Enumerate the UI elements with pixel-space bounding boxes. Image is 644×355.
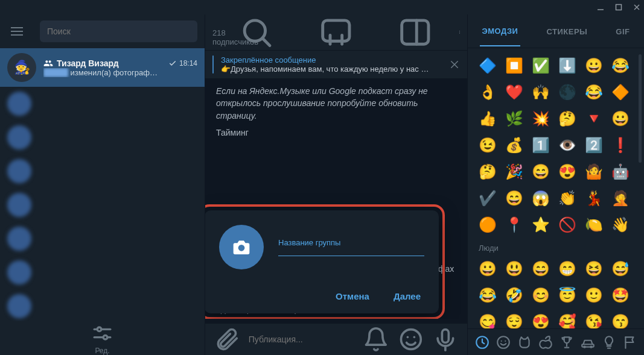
window-maximize-button[interactable] bbox=[615, 4, 622, 11]
emoji-cell[interactable]: ⏹️ bbox=[503, 54, 526, 77]
emoji-cell[interactable]: 🟠 bbox=[476, 213, 499, 236]
sidebar-toggle-icon[interactable] bbox=[380, 14, 451, 50]
emoji-cell[interactable]: 🤷 bbox=[582, 160, 605, 183]
emoji-cell[interactable]: 😄 bbox=[503, 187, 526, 210]
search-icon[interactable] bbox=[221, 14, 292, 50]
chat-item[interactable] bbox=[0, 188, 205, 222]
attach-icon[interactable] bbox=[214, 324, 240, 355]
search-input[interactable] bbox=[47, 27, 190, 36]
emoji-cell[interactable]: 😇 bbox=[556, 284, 579, 307]
emoji-cell[interactable]: 😍 bbox=[529, 310, 552, 328]
group-photo-button[interactable] bbox=[219, 225, 264, 269]
close-icon[interactable] bbox=[449, 59, 460, 70]
emoji-cell[interactable]: 📍 bbox=[503, 213, 526, 236]
cat-objects[interactable] bbox=[601, 335, 617, 350]
chat-item[interactable] bbox=[0, 87, 205, 121]
emoji-cell[interactable]: 🌑 bbox=[556, 81, 579, 104]
voice-icon[interactable] bbox=[432, 324, 459, 355]
emoji-cell[interactable]: 2️⃣ bbox=[582, 134, 605, 157]
emoji-cell[interactable]: 🔻 bbox=[582, 107, 605, 130]
discussion-icon[interactable] bbox=[301, 14, 372, 50]
emoji-cell[interactable]: 🔶 bbox=[609, 81, 632, 104]
chat-item[interactable] bbox=[0, 256, 205, 289]
emoji-cell[interactable]: 😉 bbox=[476, 134, 499, 157]
emoji-cell[interactable]: ❤️ bbox=[503, 81, 526, 104]
search-field[interactable] bbox=[40, 20, 197, 42]
pinned-message[interactable]: Закреплённое сообщение 👉Друзья, напомина… bbox=[205, 51, 467, 79]
emoji-cell[interactable]: 😂 bbox=[582, 81, 605, 104]
emoji-cell[interactable]: 🙌 bbox=[529, 81, 552, 104]
cat-food[interactable] bbox=[538, 335, 553, 350]
tab-emoji[interactable]: ЭМОДЗИ bbox=[480, 16, 521, 46]
emoji-cell[interactable]: 👋 bbox=[609, 213, 632, 236]
emoji-cell[interactable]: 😅 bbox=[609, 257, 632, 280]
tab-gif[interactable]: GIF bbox=[613, 16, 632, 46]
chat-item[interactable] bbox=[0, 154, 205, 188]
emoji-cell[interactable]: ❗ bbox=[609, 134, 632, 157]
menu-button[interactable] bbox=[0, 14, 34, 48]
more-icon[interactable] bbox=[459, 14, 460, 50]
emoji-cell[interactable]: 😄 bbox=[529, 257, 552, 280]
emoji-cell[interactable]: 🥰 bbox=[556, 310, 579, 328]
emoji-cell[interactable]: 😄 bbox=[529, 160, 552, 183]
cat-smileys[interactable] bbox=[496, 335, 511, 350]
cancel-button[interactable]: Отмена bbox=[332, 286, 373, 306]
group-name-input[interactable] bbox=[278, 256, 424, 256]
emoji-cell[interactable]: 👁️ bbox=[556, 134, 579, 157]
emoji-cell[interactable]: 😀 bbox=[582, 54, 605, 77]
emoji-cell[interactable]: 👏 bbox=[556, 187, 579, 210]
tab-stickers[interactable]: СТИКЕРЫ bbox=[544, 16, 590, 46]
edit-chats-button[interactable]: Ред. bbox=[0, 321, 205, 355]
emoji-cell[interactable]: 💰 bbox=[503, 134, 526, 157]
emoji-cell[interactable]: 🔷 bbox=[476, 54, 499, 77]
emoji-cell[interactable]: 😁 bbox=[556, 257, 579, 280]
emoji-cell[interactable]: 🙂 bbox=[582, 284, 605, 307]
emoji-cell[interactable]: 😘 bbox=[582, 310, 605, 328]
emoji-cell[interactable]: 🤩 bbox=[609, 284, 632, 307]
window-close-button[interactable] bbox=[633, 4, 640, 11]
emoji-cell[interactable]: 🤣 bbox=[503, 284, 526, 307]
emoji-cell[interactable]: ✅ bbox=[529, 54, 552, 77]
emoji-scroll[interactable]: 🔷⏹️✅⬇️😀😂👌❤️🙌🌑😂🔶👍🌿💥🤔🔻😀😉💰1️⃣👁️2️⃣❗🤔🎉😄😍🤷🤖✔️… bbox=[468, 48, 644, 328]
emoji-cell[interactable]: 😊 bbox=[529, 284, 552, 307]
emoji-cell[interactable]: 😀 bbox=[476, 257, 499, 280]
emoji-cell[interactable]: 😃 bbox=[503, 257, 526, 280]
compose-input[interactable] bbox=[249, 335, 354, 344]
emoji-cell[interactable]: ✔️ bbox=[476, 187, 499, 210]
emoji-cell[interactable]: 💥 bbox=[529, 107, 552, 130]
emoji-cell[interactable]: 🌿 bbox=[503, 107, 526, 130]
cat-recent[interactable] bbox=[474, 335, 490, 350]
next-button[interactable]: Далее bbox=[390, 286, 424, 306]
emoji-cell[interactable]: 🚫 bbox=[556, 213, 579, 236]
emoji-cell[interactable]: 👌 bbox=[476, 81, 499, 104]
emoji-cell[interactable]: 😀 bbox=[609, 107, 632, 130]
cat-symbols[interactable] bbox=[622, 335, 638, 350]
emoji-cell[interactable]: 🍋 bbox=[582, 213, 605, 236]
emoji-cell[interactable]: 1️⃣ bbox=[529, 134, 552, 157]
emoji-cell[interactable]: 🤔 bbox=[556, 107, 579, 130]
emoji-cell[interactable]: 🤖 bbox=[609, 160, 632, 183]
chat-item[interactable] bbox=[0, 289, 205, 321]
mute-icon[interactable] bbox=[363, 324, 389, 355]
emoji-cell[interactable]: 🤔 bbox=[476, 160, 499, 183]
chat-item-active[interactable]: 🧙 Тизард Визард 18:14 ████ изменил(а) фо… bbox=[0, 48, 205, 87]
emoji-cell[interactable]: 😙 bbox=[609, 310, 632, 328]
emoji-cell[interactable]: 👍 bbox=[476, 107, 499, 130]
emoji-cell[interactable]: 🎉 bbox=[503, 160, 526, 183]
emoji-cell[interactable]: 😂 bbox=[476, 284, 499, 307]
chat-item[interactable] bbox=[0, 121, 205, 154]
emoji-cell[interactable]: ⭐ bbox=[529, 213, 552, 236]
emoji-cell[interactable]: 😱 bbox=[529, 187, 552, 210]
emoji-icon[interactable] bbox=[398, 324, 424, 355]
window-minimize-button[interactable] bbox=[597, 4, 604, 11]
cat-activity[interactable] bbox=[559, 335, 575, 350]
emoji-cell[interactable]: 😍 bbox=[556, 160, 579, 183]
cat-travel[interactable] bbox=[580, 335, 596, 350]
emoji-cell[interactable]: 😋 bbox=[476, 310, 499, 328]
scrollbar[interactable] bbox=[639, 54, 642, 163]
emoji-cell[interactable]: 💃 bbox=[582, 187, 605, 210]
emoji-cell[interactable]: 😆 bbox=[582, 257, 605, 280]
cat-animals[interactable] bbox=[517, 335, 532, 350]
emoji-cell[interactable]: 😂 bbox=[609, 54, 632, 77]
emoji-cell[interactable]: 😌 bbox=[503, 310, 526, 328]
